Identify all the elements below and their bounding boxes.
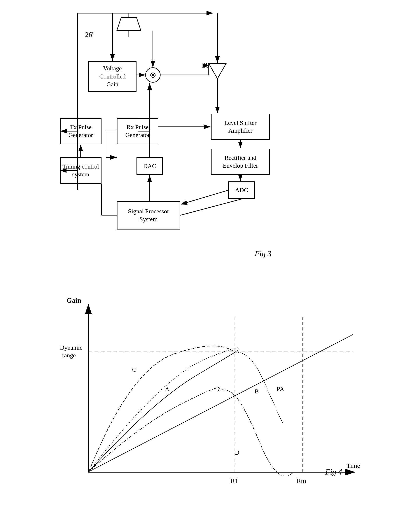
label-26: 26': [85, 31, 93, 39]
svg-text:Gain: Gain: [67, 296, 81, 304]
adc-block: ADC: [228, 181, 255, 199]
svg-text:D: D: [235, 449, 239, 456]
svg-text:Time: Time: [346, 462, 360, 469]
tx-pulse-block: Tx PulseGenerator: [60, 118, 101, 144]
fig3-diagram: VoltageControlledGain Tx PulseGenerator …: [53, 9, 360, 271]
rx-pulse-block: Rx PulseGenerator: [117, 118, 158, 144]
fig4-diagram: Gain Time Dynamic range R1 Rm PA A: [53, 293, 360, 490]
label-28: 28': [202, 61, 210, 69]
fig4-svg: Gain Time Dynamic range R1 Rm PA A: [53, 293, 360, 490]
svg-line-56: [89, 334, 353, 472]
svg-marker-11: [209, 63, 226, 79]
svg-text:C: C: [132, 366, 136, 373]
level-shifter-block: Level ShifterAmplifier: [211, 114, 270, 140]
vcg-block: VoltageControlledGain: [88, 61, 137, 92]
svg-line-22: [181, 190, 228, 204]
svg-text:A: A: [165, 386, 169, 393]
mixer-symbol: ⊗: [145, 67, 161, 83]
svg-text:Dynamic: Dynamic: [60, 344, 82, 351]
signal-proc-block: Signal ProcessorSystem: [117, 201, 180, 229]
svg-text:Rm: Rm: [297, 477, 306, 484]
svg-text:R1: R1: [231, 477, 238, 484]
dac-block: DAC: [137, 157, 163, 175]
page: VoltageControlledGain Tx PulseGenerator …: [0, 0, 413, 532]
fig3-title: Fig 3: [255, 249, 271, 258]
svg-text:PA: PA: [276, 385, 284, 393]
fig4-title: Fig 4: [325, 467, 342, 476]
svg-marker-2: [117, 18, 141, 31]
svg-line-37: [180, 199, 242, 215]
timing-block: Timing controlsystem: [60, 157, 101, 184]
svg-text:range: range: [62, 352, 76, 359]
rectifier-block: Rectifier andEnvelop Filter: [211, 149, 270, 175]
svg-text:B: B: [255, 388, 259, 395]
